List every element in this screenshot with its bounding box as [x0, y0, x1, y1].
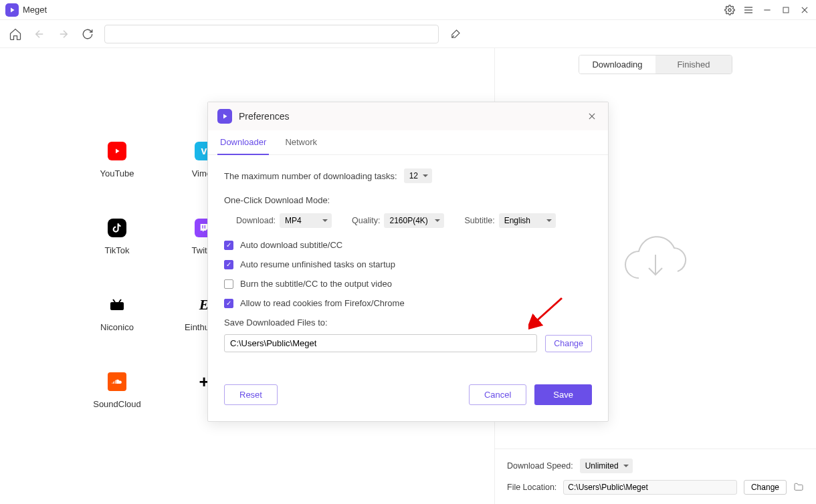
- site-label: SoundCloud: [93, 399, 141, 409]
- preferences-dialog: Preferences Downloader Network The maxim…: [207, 102, 609, 422]
- address-input[interactable]: [104, 25, 439, 43]
- auto-subtitle-checkbox[interactable]: [224, 241, 233, 250]
- close-icon[interactable]: [799, 4, 811, 16]
- forward-icon[interactable]: [56, 27, 71, 41]
- dialog-close-icon[interactable]: [585, 110, 599, 123]
- svg-rect-5: [783, 7, 789, 13]
- tab-finished[interactable]: Finished: [655, 55, 732, 74]
- max-tasks-label: The maximum number of downloading tasks:: [224, 171, 397, 181]
- read-cookies-label: Allow to read cookies from Firefox/Chrom…: [240, 298, 405, 308]
- speed-select[interactable]: Unlimited: [580, 459, 633, 473]
- home-icon[interactable]: [8, 27, 23, 41]
- site-label: [203, 399, 205, 409]
- cloud-download-icon: [619, 231, 692, 291]
- app-title: Meget: [23, 5, 724, 15]
- hamburger-icon[interactable]: [742, 4, 754, 16]
- site-soundcloud[interactable]: SoundCloud: [74, 372, 161, 409]
- download-tabs: Downloading Finished: [579, 55, 732, 74]
- save-button[interactable]: Save: [534, 384, 592, 405]
- soundcloud-icon: [108, 372, 126, 391]
- change-location-button[interactable]: Change: [744, 480, 787, 495]
- maximize-icon[interactable]: [780, 4, 792, 16]
- site-label: Niconico: [100, 322, 134, 332]
- burn-subtitle-checkbox[interactable]: [224, 279, 233, 289]
- subtitle-label: Subtitle:: [464, 216, 494, 225]
- auto-resume-label: Auto resume unfinished tasks on startup: [240, 259, 395, 269]
- reload-icon[interactable]: [80, 27, 95, 41]
- save-path-label: Save Downloaded Files to:: [224, 318, 592, 328]
- quality-label: Quality:: [352, 216, 380, 225]
- svg-rect-8: [110, 302, 124, 310]
- niconico-icon: [108, 295, 126, 314]
- location-label: File Location:: [507, 483, 556, 492]
- download-format-select[interactable]: MP4: [280, 213, 332, 228]
- reset-button[interactable]: Reset: [224, 384, 278, 405]
- save-path-input[interactable]: [224, 334, 537, 352]
- site-label: TikTok: [104, 245, 129, 255]
- location-input[interactable]: [563, 480, 737, 495]
- titlebar: Meget: [0, 0, 816, 20]
- tab-downloader[interactable]: Downloader: [217, 130, 269, 155]
- speed-label: Download Speed:: [507, 461, 573, 471]
- toolbar: [0, 20, 816, 48]
- tiktok-icon: [108, 219, 126, 237]
- app-logo-icon: [217, 109, 232, 124]
- download-format-label: Download:: [236, 216, 276, 225]
- site-label: YouTube: [100, 168, 134, 178]
- tab-network[interactable]: Network: [282, 130, 320, 154]
- auto-resume-checkbox[interactable]: [224, 260, 233, 269]
- site-youtube[interactable]: YouTube: [74, 142, 161, 178]
- tab-downloading[interactable]: Downloading: [579, 55, 655, 74]
- gear-icon[interactable]: [724, 4, 736, 16]
- max-tasks-select[interactable]: 12: [404, 168, 432, 183]
- minimize-icon[interactable]: [761, 4, 773, 16]
- youtube-icon: [108, 142, 126, 160]
- auto-subtitle-label: Auto download subtitle/CC: [240, 240, 342, 250]
- cancel-button[interactable]: Cancel: [469, 384, 526, 405]
- mode-label: One-Click Download Mode:: [224, 195, 592, 205]
- change-path-button[interactable]: Change: [545, 335, 592, 352]
- quality-select[interactable]: 2160P(4K): [384, 213, 444, 228]
- folder-icon[interactable]: [793, 482, 804, 493]
- site-tiktok[interactable]: TikTok: [74, 219, 161, 255]
- back-icon[interactable]: [32, 27, 47, 41]
- subtitle-select[interactable]: English: [499, 213, 556, 228]
- brush-icon[interactable]: [448, 27, 463, 41]
- dialog-title: Preferences: [239, 111, 585, 122]
- site-niconico[interactable]: Niconico: [74, 295, 161, 332]
- read-cookies-checkbox[interactable]: [224, 299, 233, 308]
- app-logo-icon: [5, 3, 19, 17]
- svg-point-0: [728, 9, 731, 11]
- burn-subtitle-label: Burn the subtitle/CC to the output video: [240, 279, 392, 289]
